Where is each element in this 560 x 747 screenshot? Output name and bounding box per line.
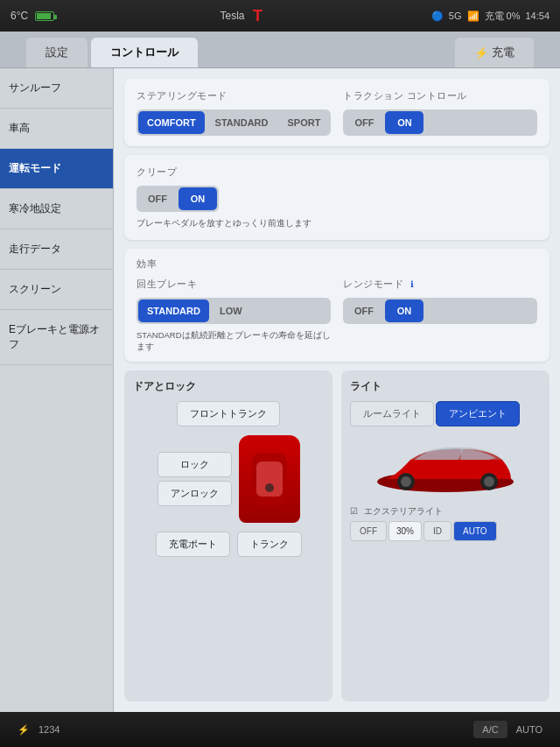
sidebar-item-coldarea[interactable]: 寒冷地設定 bbox=[0, 189, 113, 229]
sidebar-item-drivemode[interactable]: 運転モード bbox=[0, 149, 113, 189]
svg-point-2 bbox=[265, 483, 274, 492]
exterior-dim-btn[interactable]: ID bbox=[424, 521, 452, 541]
exterior-off-btn[interactable]: OFF bbox=[350, 521, 387, 541]
exterior-checkbox: ☑ bbox=[350, 506, 358, 516]
door-section-title: ドアとロック bbox=[133, 379, 324, 394]
sidebar-item-drivedata[interactable]: 走行データ bbox=[0, 229, 113, 270]
creep-off-btn[interactable]: OFF bbox=[138, 187, 177, 210]
tab-settings[interactable]: 設定 bbox=[26, 38, 88, 67]
bottom-bar: ⚡ 1234 A/C AUTO bbox=[0, 712, 560, 747]
range-mode-section: レンジモード ℹ OFF ON bbox=[343, 278, 537, 353]
bottom-sections: ドアとロック フロントトランク ロック アンロック bbox=[124, 370, 550, 701]
light-toggle-row: ルームライト アンビエント bbox=[350, 401, 541, 426]
traction-section: トラクション コントロール OFF ON bbox=[343, 89, 537, 136]
regen-description: STANDARDは航続距離とブレーキの寿命を延ばします bbox=[136, 329, 331, 353]
bluetooth-icon: 🔵 bbox=[431, 11, 444, 22]
lock-btn[interactable]: ロック bbox=[158, 452, 232, 477]
time-label: 14:54 bbox=[525, 11, 550, 21]
two-col-row: ステアリングモード COMFORT STANDARD SPORT トラクション … bbox=[136, 89, 537, 136]
unlock-btn[interactable]: アンロック bbox=[158, 481, 232, 506]
tab-control[interactable]: コントロール bbox=[91, 38, 198, 67]
ac-button[interactable]: A/C bbox=[473, 721, 507, 738]
range-off-btn[interactable]: OFF bbox=[345, 300, 383, 322]
ambient-btn[interactable]: アンビエント bbox=[436, 401, 520, 426]
svg-point-7 bbox=[484, 476, 494, 487]
steering-standard-btn[interactable]: STANDARD bbox=[206, 111, 277, 134]
status-center: Tesla T bbox=[220, 8, 265, 24]
exterior-value: 30% bbox=[388, 521, 422, 541]
bottom-bar-left: ⚡ 1234 bbox=[18, 724, 60, 736]
efficiency-title: 効率 bbox=[136, 257, 537, 271]
range-info-icon: ℹ bbox=[410, 279, 415, 289]
status-left: 6°C bbox=[10, 10, 54, 22]
regen-low-btn[interactable]: LOW bbox=[211, 300, 251, 322]
exterior-label: ☑ エクステリアライト bbox=[350, 505, 541, 518]
svg-point-5 bbox=[401, 476, 411, 487]
regen-section: 回生ブレーキ STANDARD LOW STANDARDは航続距離とブレーキの寿… bbox=[136, 278, 331, 353]
range-mode-title: レンジモード ℹ bbox=[343, 278, 537, 291]
main-panel: ステアリングモード COMFORT STANDARD SPORT トラクション … bbox=[114, 68, 560, 712]
charge-port-btn[interactable]: 充電ポート bbox=[156, 532, 230, 557]
provider-label: Tesla bbox=[220, 10, 244, 22]
sidebar-item-sunroof[interactable]: サンルーフ bbox=[0, 68, 113, 109]
car-side-container bbox=[350, 433, 541, 498]
exterior-row: OFF 30% ID AUTO bbox=[350, 521, 541, 541]
creep-title: クリープ bbox=[136, 166, 537, 179]
sidebar-item-ebrake[interactable]: Eブレーキと電源オフ bbox=[0, 310, 113, 365]
efficiency-section: 効率 回生ブレーキ STANDARD LOW STANDARDは航続距離とブレー… bbox=[124, 249, 550, 362]
car-side-svg bbox=[350, 433, 541, 495]
traction-title: トラクション コントロール bbox=[343, 89, 537, 102]
regen-standard-btn[interactable]: STANDARD bbox=[138, 300, 209, 322]
range-on-btn[interactable]: ON bbox=[385, 300, 424, 322]
bottom-bar-right: A/C AUTO bbox=[473, 721, 542, 738]
trunk-btn[interactable]: トランク bbox=[237, 532, 302, 557]
steering-sport-btn[interactable]: SPORT bbox=[279, 111, 330, 134]
creep-toggle-group: OFF ON bbox=[136, 186, 219, 212]
exterior-auto-btn[interactable]: AUTO bbox=[453, 521, 497, 541]
traction-toggle-group: OFF ON bbox=[343, 109, 537, 136]
car-id: 1234 bbox=[38, 724, 60, 735]
steering-section: ステアリングモード COMFORT STANDARD SPORT bbox=[136, 89, 331, 136]
regen-toggle-group: STANDARD LOW bbox=[136, 298, 331, 324]
lock-unlock-btns: ロック アンロック bbox=[158, 452, 232, 506]
traction-off-btn[interactable]: OFF bbox=[345, 111, 383, 134]
car-top-view bbox=[239, 435, 300, 523]
front-trunk-btn[interactable]: フロントトランク bbox=[177, 401, 280, 426]
charge-icon: ⚡ bbox=[474, 46, 488, 60]
auto-label: AUTO bbox=[516, 724, 542, 735]
range-toggle-group: OFF ON bbox=[343, 298, 537, 324]
light-section: ライト ルームライト アンビエント bbox=[341, 370, 550, 701]
signal-label: 5G bbox=[449, 11, 462, 21]
regen-title: 回生ブレーキ bbox=[136, 278, 331, 291]
door-bottom-row: 充電ポート トランク bbox=[156, 532, 302, 557]
tab-charge[interactable]: ⚡ 充電 bbox=[455, 38, 534, 67]
main-screen: 設定 コントロール ⚡ 充電 サンルーフ 車高 運転モード 寒冷地設定 bbox=[0, 32, 560, 712]
steering-comfort-btn[interactable]: COMFORT bbox=[138, 111, 205, 134]
steering-title: ステアリングモード bbox=[136, 89, 331, 102]
efficiency-inner: 回生ブレーキ STANDARD LOW STANDARDは航続距離とブレーキの寿… bbox=[136, 278, 537, 353]
sidebar-item-screen[interactable]: スクリーン bbox=[0, 270, 113, 310]
temperature: 6°C bbox=[10, 10, 28, 22]
battery-icon bbox=[35, 11, 54, 21]
creep-on-btn[interactable]: ON bbox=[178, 187, 217, 210]
bolt-icon: ⚡ bbox=[18, 724, 30, 736]
light-section-title: ライト bbox=[350, 379, 541, 394]
tesla-logo: T bbox=[249, 8, 265, 24]
tab-bar: 設定 コントロール ⚡ 充電 bbox=[0, 32, 560, 68]
door-section: ドアとロック フロントトランク ロック アンロック bbox=[124, 370, 332, 701]
content-area: サンルーフ 車高 運転モード 寒冷地設定 走行データ スクリーン Eブレーキと電… bbox=[0, 68, 560, 712]
sidebar-item-height[interactable]: 車高 bbox=[0, 109, 113, 149]
network-label: 📶 bbox=[467, 11, 480, 22]
status-right: 🔵 5G 📶 充電 0% 14:54 bbox=[431, 10, 550, 23]
steering-traction-card: ステアリングモード COMFORT STANDARD SPORT トラクション … bbox=[124, 79, 550, 146]
traction-on-btn[interactable]: ON bbox=[385, 111, 424, 134]
network-info: 充電 0% bbox=[485, 10, 521, 23]
door-controls: フロントトランク ロック アンロック bbox=[133, 401, 324, 557]
car-svg bbox=[248, 444, 291, 514]
sidebar: サンルーフ 車高 運転モード 寒冷地設定 走行データ スクリーン Eブレーキと電… bbox=[0, 68, 114, 712]
car-container: ロック アンロック bbox=[158, 432, 300, 526]
steering-toggle-group: COMFORT STANDARD SPORT bbox=[136, 109, 331, 136]
creep-card: クリープ OFF ON ブレーキペダルを放すとゆっくり前進します bbox=[124, 155, 550, 240]
creep-description: ブレーキペダルを放すとゆっくり前進します bbox=[136, 217, 537, 229]
room-light-btn[interactable]: ルームライト bbox=[350, 401, 434, 426]
